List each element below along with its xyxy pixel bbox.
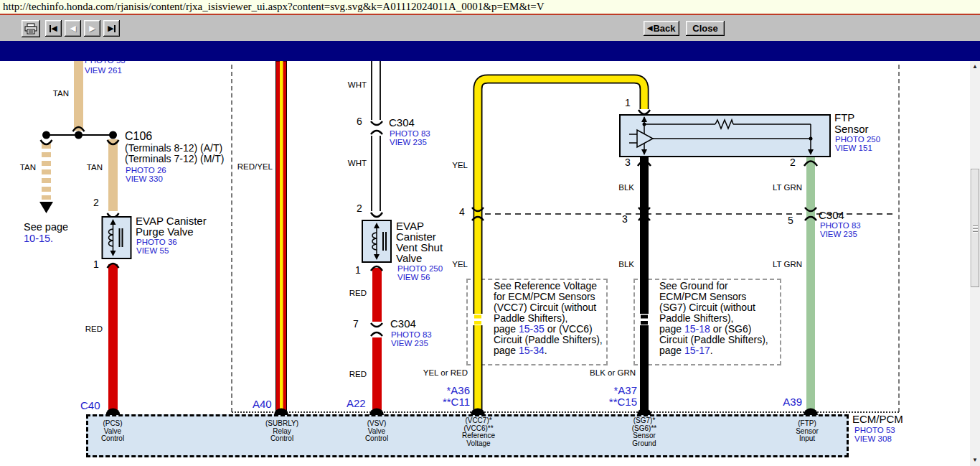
ecm-col-line: (PCS) [80,420,145,428]
ecm-pin-c40: C40 [80,399,100,411]
ecm-pin-c11: **C11 [427,396,470,408]
prev-page-button[interactable]: ◀ [65,20,81,37]
first-page-button[interactable]: ◀ [45,20,62,37]
purge-valve-box [103,217,131,258]
close-button[interactable]: Close [686,21,725,36]
next-page-icon: ▶ [89,24,95,32]
ecm-column-ftp: (FTP) Sensor Input [775,420,839,443]
vertical-scrollbar[interactable]: ▲ ▼ [970,61,980,466]
wire-color-label-blk: BLK [606,260,634,269]
back-arrow-icon: ◀ [648,25,653,32]
wire-color-label-blk: BLK [606,183,634,192]
terminal-number: 2 [93,197,99,208]
page-link[interactable]: 15-18 [684,323,710,335]
terminal-number: 7 [353,319,359,330]
photo-link[interactable]: PHOTO 36 [136,238,177,246]
ecm-pin-a39: A39 [759,396,802,408]
ecm-terminal-domes [106,409,819,416]
photo-link[interactable]: PHOTO 250 [835,135,880,144]
ecm-column-sg: (SG7)* (SG6)** Sensor Ground [612,417,677,447]
thumb-grip-line [973,228,978,230]
wire-red-vent-lower [372,337,382,411]
ecm-column-subrly: (SUBRLY) Relay Control [250,420,314,443]
photo-link[interactable]: PHOTO 83 [391,330,432,339]
ecm-col-line: Voltage [446,440,511,448]
ecm-col-line: Control [250,435,314,443]
last-page-icon-triangle: ▶ [108,24,113,32]
wire-wht-upper [371,61,381,120]
view-link[interactable]: VIEW 235 [820,230,857,238]
see-page-link[interactable]: 10-15. [24,233,53,244]
view-link[interactable]: VIEW 151 [835,144,872,152]
view-link[interactable]: VIEW 56 [397,273,430,281]
vent-valve-box [362,220,391,262]
ecm-column-vcc: (VCC7)* (VCC6)** Reference Voltage [446,417,511,447]
gnd-note-line-5-post: or (SG6) [710,323,752,335]
gnd-note-line-6: Circuit (Paddle Shifters), [659,335,768,345]
wiring-layer [0,61,980,466]
photo-link[interactable]: PHOTO 83 [390,129,430,138]
ftp-sensor-box [620,115,830,157]
close-button-label: Close [692,23,717,34]
ecm-col-line: Input [775,435,839,443]
wire-color-label-red-yel: RED/YEL [237,162,273,171]
ref-note-line-7-post: . [545,345,547,356]
terminal-number: 3 [625,157,631,168]
connector-name-c106: C106 [125,130,152,143]
wire-color-label-lt-grn: LT GRN [763,183,802,192]
view-link[interactable]: VIEW 261 [85,66,122,75]
view-link[interactable]: VIEW 235 [391,339,428,348]
terminal-number: 4 [459,207,465,218]
vent-valve-terminal-2-arc [371,213,382,217]
terminal-number: 5 [788,215,793,226]
wire-color-label-red: RED [74,325,103,333]
page-link[interactable]: 15-35 [519,323,545,335]
last-page-icon [114,25,116,32]
ref-note-line-5: page 15-35 or (VCC6) [494,324,593,335]
ecm-pin-a40: A40 [253,398,272,410]
last-page-button[interactable]: ▶ [103,20,120,37]
print-button[interactable] [22,20,40,37]
scroll-up-icon[interactable]: ▲ [970,62,980,72]
ref-note-line-7-pre: page [494,345,519,356]
ecm-col-line: Control [344,435,409,443]
wire-red-yel [276,61,287,411]
scrollbar-thumb[interactable] [971,169,979,287]
ecm-col-line: (VSV) [344,420,409,428]
page-link[interactable]: 15-34 [519,345,545,356]
wire-tan-top [74,61,83,131]
wire-blk [640,157,649,411]
page-link[interactable]: 15-17 [684,345,710,356]
back-button[interactable]: ◀Back [644,21,679,36]
ref-note-line-1: See Reference Voltage [494,281,597,292]
connector-name-c304: C304 [389,116,415,129]
wire-blk-break [639,314,650,325]
connector-6-arcs [371,121,382,134]
ecm-pin-a22: A22 [347,397,366,409]
ecm-col-line: (FTP) [775,420,839,428]
photo-link[interactable]: PHOTO 26 [126,166,166,174]
ecm-pcm-name: ECM/PCM [852,413,903,425]
view-link[interactable]: VIEW 330 [126,174,163,183]
purge-valve-name-2: Purge Valve [136,225,194,238]
ecm-pin-a36: *A36 [427,384,470,396]
wire-tan-branch [108,139,118,211]
next-page-button[interactable]: ▶ [84,20,100,37]
photo-link[interactable]: PHOTO 83 [820,221,861,230]
ref-note-line-7: page 15-34. [494,345,547,356]
view-link[interactable]: VIEW 235 [390,138,427,146]
view-link[interactable]: VIEW 55 [136,246,169,255]
wire-color-label-wht: WHT [338,159,367,167]
photo-link[interactable]: PHOTO 53 [854,426,895,434]
photo-link[interactable]: PHOTO 53 [85,61,126,65]
terminal-number: 6 [357,116,362,127]
wire-wht-lower [371,136,381,211]
scroll-down-icon[interactable]: ▼ [970,455,980,465]
wire-color-label-yel: YEL [439,260,468,269]
vent-valve-name-4: Valve [396,252,422,264]
wire-color-label-tan: TAN [7,163,36,172]
view-link[interactable]: VIEW 308 [854,434,892,443]
prev-page-icon: ◀ [70,24,75,32]
wire-color-label-yel: YEL [439,161,468,169]
photo-link[interactable]: PHOTO 250 [397,264,443,273]
